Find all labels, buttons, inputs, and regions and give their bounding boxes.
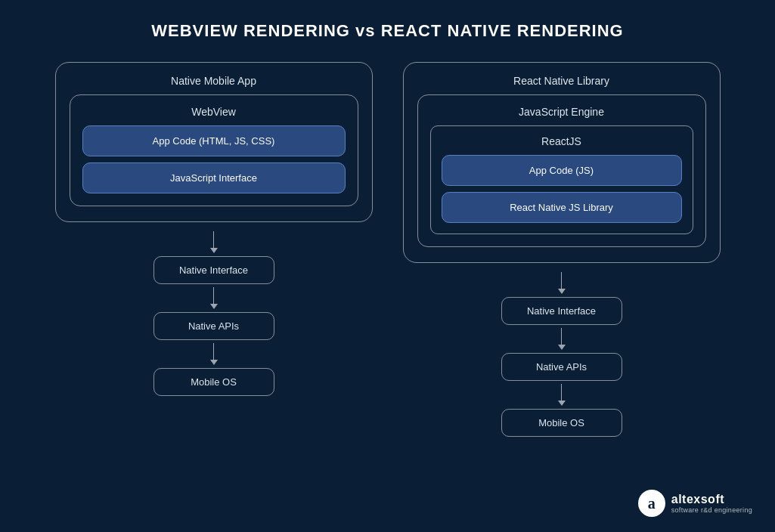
arrow-3-right (558, 384, 566, 406)
arrow-head (558, 401, 566, 406)
arrow-line (561, 384, 563, 401)
logo-circle: a (638, 490, 665, 517)
native-apis-box-right: Native APIs (501, 353, 622, 381)
main-content: Native Mobile App WebView App Code (HTML… (0, 62, 775, 437)
webview-label: WebView (82, 106, 346, 118)
right-diagram: React Native Library JavaScript Engine R… (403, 62, 721, 437)
arrow-head (210, 248, 218, 253)
reactjs-label: ReactJS (442, 135, 682, 147)
react-native-library-box: React Native Library JavaScript Engine R… (403, 62, 721, 263)
arrow-1-right (558, 272, 566, 294)
arrow-head (558, 289, 566, 294)
logo-name: altexsoft (671, 493, 752, 506)
native-interface-box-right: Native Interface (501, 297, 622, 325)
react-native-js-library-pill: React Native JS Library (442, 192, 682, 223)
logo-icon: a (648, 495, 656, 512)
left-diagram: Native Mobile App WebView App Code (HTML… (55, 62, 373, 437)
native-mobile-app-label: Native Mobile App (70, 75, 358, 87)
arrow-head (558, 345, 566, 350)
arrow-head (210, 304, 218, 309)
page-title: WEBVIEW RENDERING vs REACT NATIVE RENDER… (151, 21, 623, 41)
arrow-line (561, 328, 563, 345)
logo-tagline: software r&d engineering (671, 506, 752, 514)
native-mobile-app-box: Native Mobile App WebView App Code (HTML… (55, 62, 373, 222)
app-code-html-js-css-pill: App Code (HTML, JS, CSS) (82, 125, 346, 156)
react-native-library-label: React Native Library (417, 75, 706, 87)
arrow-3-left (210, 343, 218, 365)
js-engine-box: JavaScript Engine ReactJS App Code (JS) … (417, 94, 706, 247)
arrow-line (213, 287, 215, 304)
native-interface-box-left: Native Interface (153, 256, 274, 284)
webview-box: WebView App Code (HTML, JS, CSS) JavaScr… (70, 94, 358, 206)
left-flow-section: Native Interface Native APIs Mobile OS (55, 228, 373, 396)
arrow-1-left (210, 231, 218, 253)
native-apis-box-left: Native APIs (153, 312, 274, 340)
logo-text-block: altexsoft software r&d engineering (671, 493, 752, 514)
arrow-line (213, 231, 215, 248)
arrow-line (561, 272, 563, 289)
arrow-head (210, 360, 218, 365)
app-code-js-pill: App Code (JS) (442, 155, 682, 186)
arrow-2-right (558, 328, 566, 350)
logo-area: a altexsoft software r&d engineering (638, 490, 752, 517)
arrow-line (213, 343, 215, 360)
javascript-interface-pill: JavaScript Interface (82, 162, 346, 193)
reactjs-box: ReactJS App Code (JS) React Native JS Li… (430, 125, 693, 234)
arrow-2-left (210, 287, 218, 309)
mobile-os-box-right: Mobile OS (501, 409, 622, 437)
right-flow-section: Native Interface Native APIs Mobile OS (403, 269, 721, 437)
mobile-os-box-left: Mobile OS (153, 368, 274, 396)
js-engine-label: JavaScript Engine (430, 106, 693, 118)
